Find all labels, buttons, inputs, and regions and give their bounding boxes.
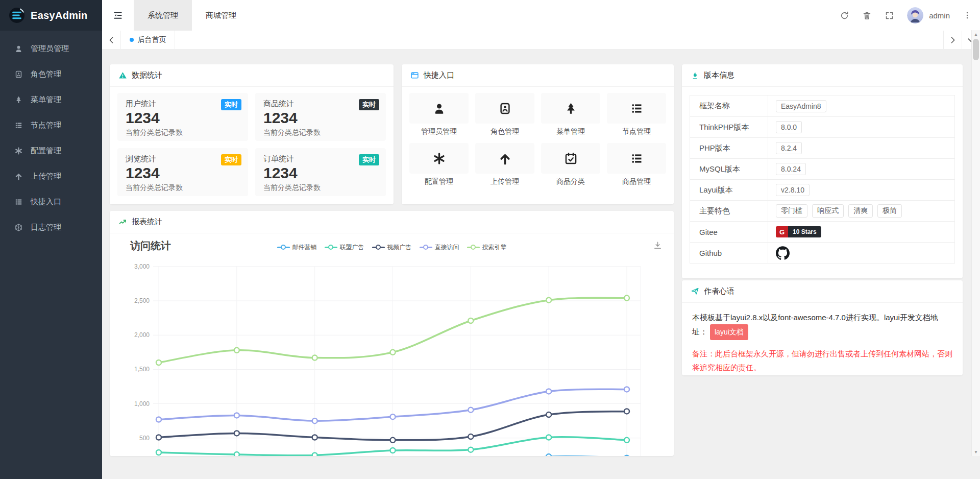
username[interactable]: admin <box>929 11 950 20</box>
sidebar-item[interactable]: 配置管理 <box>0 138 102 163</box>
sidebar-collapse-button[interactable] <box>102 0 134 31</box>
version-value-chip: EasyAdmin8 <box>776 100 826 112</box>
version-row-value: 零门槛响应式清爽极简 <box>768 201 954 221</box>
panel-title: 版本信息 <box>704 70 734 80</box>
topbar-nav-tab-label: 系统管理 <box>148 11 178 20</box>
sidebar-item[interactable]: 管理员管理 <box>0 36 102 61</box>
stat-value: 1234 <box>126 164 240 182</box>
stat-realtime-badge: 实时 <box>221 154 241 165</box>
quick-entry-item[interactable]: 节点管理 <box>607 93 666 136</box>
panel-data-statistics: 数据统计 用户统计 实时 1234 当前分类总记录数 商品统计 实时 1234 … <box>110 64 394 204</box>
stat-card: 订单统计 实时 1234 当前分类总记录数 <box>255 148 386 196</box>
quick-entry-icon <box>498 152 512 165</box>
sidebar-item-icon <box>14 172 23 181</box>
version-row-value: G10 Stars <box>768 222 954 242</box>
fullscreen-icon[interactable] <box>885 11 894 20</box>
topbar-nav-tab-label: 商城管理 <box>206 11 236 20</box>
author-note: 备注：此后台框架永久开源，但请勿进行出售或者上传到任何素材网站，否则将追究相应的… <box>692 347 952 374</box>
quick-entry-item[interactable]: 配置管理 <box>409 143 469 186</box>
sidebar-item[interactable]: 快捷入口 <box>0 189 102 214</box>
more-menu-icon[interactable] <box>963 11 972 20</box>
scrollbar-thumb[interactable] <box>973 39 979 60</box>
sidebar-item[interactable]: 上传管理 <box>0 163 102 189</box>
legend-item[interactable]: 搜索引擎 <box>467 243 507 252</box>
svg-text:3,000: 3,000 <box>134 263 150 270</box>
sidebar-item-label: 节点管理 <box>31 121 61 130</box>
sidebar-item-icon <box>14 198 23 206</box>
quick-entry-icon-box <box>409 93 469 124</box>
collapse-menu-icon <box>113 10 123 20</box>
version-value-chip: 零门槛 <box>776 204 807 218</box>
stat-realtime-badge: 实时 <box>359 154 379 165</box>
scrollbar-down-arrow[interactable]: ▼ <box>972 448 980 456</box>
quick-entry-item[interactable]: 商品分类 <box>541 143 600 186</box>
stat-value: 1234 <box>263 109 378 127</box>
tab-home[interactable]: 后台首页 <box>121 31 175 49</box>
avatar[interactable] <box>907 7 923 23</box>
quick-entry-icon-box <box>541 93 600 124</box>
logo-icon <box>8 7 26 24</box>
topbar-nav-tab[interactable]: 商城管理 <box>192 0 250 31</box>
quick-entry-label: 节点管理 <box>607 127 666 136</box>
sidebar-item[interactable]: 菜单管理 <box>0 87 102 112</box>
stat-description: 当前分类总记录数 <box>263 183 378 193</box>
stat-value: 1234 <box>263 164 378 182</box>
version-row-label: Github <box>690 243 768 263</box>
scrollbar-up-arrow[interactable]: ▲ <box>972 31 980 38</box>
svg-text:1,500: 1,500 <box>134 366 150 373</box>
sidebar-item[interactable]: 节点管理 <box>0 112 102 138</box>
quick-entry-icon-box <box>409 143 469 174</box>
gitee-stars-badge[interactable]: G10 Stars <box>776 226 821 237</box>
legend-marker-icon <box>420 245 432 251</box>
panel-version-info: 版本信息 框架名称EasyAdmin8ThinkPHP版本8.0.0PHP版本8… <box>682 64 963 278</box>
legend-item[interactable]: 邮件营销 <box>277 243 317 252</box>
sidebar-menu: 管理员管理 角色管理 菜单管理 节点管理 <box>0 31 102 240</box>
github-icon[interactable] <box>776 246 790 260</box>
quick-entry-item[interactable]: 上传管理 <box>475 143 534 186</box>
clear-cache-icon[interactable] <box>862 11 872 20</box>
sidebar-item-icon <box>14 44 23 53</box>
gitee-icon: G <box>776 226 788 237</box>
version-row-value: 8.0.24 <box>768 159 954 179</box>
fire-icon <box>691 71 699 80</box>
panel-title: 作者心语 <box>704 286 734 296</box>
version-value-chip: 清爽 <box>848 204 873 218</box>
chevron-left-icon <box>107 35 116 45</box>
legend-item[interactable]: 联盟广告 <box>325 243 364 252</box>
stat-description: 当前分类总记录数 <box>263 128 378 137</box>
legend-label: 搜索引擎 <box>482 243 507 252</box>
version-table: 框架名称EasyAdmin8ThinkPHP版本8.0.0PHP版本8.2.4M… <box>690 95 955 264</box>
gitee-stars-count: 10 Stars <box>788 226 821 237</box>
version-row-value: v2.8.10 <box>768 180 954 200</box>
legend-item[interactable]: 视频广告 <box>372 243 412 252</box>
topbar-nav-tab[interactable]: 系统管理 <box>134 0 192 31</box>
legend-marker-icon <box>277 245 290 251</box>
panel-author-header: 作者心语 <box>682 280 963 303</box>
quick-entry-item[interactable]: 菜单管理 <box>541 93 600 136</box>
version-table-row: MySQL版本8.0.24 <box>690 158 954 179</box>
quick-entry-label: 菜单管理 <box>541 127 600 136</box>
layui-doc-link-badge[interactable]: layui文档 <box>710 324 748 340</box>
tabs-scroll-left-button[interactable] <box>102 31 121 49</box>
version-row-label: 主要特色 <box>690 201 768 221</box>
active-tab-dot <box>130 38 134 42</box>
refresh-icon[interactable] <box>840 11 849 20</box>
sidebar-item[interactable]: 角色管理 <box>0 61 102 87</box>
legend-item[interactable]: 直接访问 <box>420 243 459 252</box>
download-chart-icon[interactable] <box>653 241 663 250</box>
tabs-scroll-right-button[interactable] <box>943 31 962 49</box>
quick-entry-item[interactable]: 管理员管理 <box>409 93 469 136</box>
panel-title: 数据统计 <box>132 70 162 80</box>
quick-entry-icon <box>432 152 446 165</box>
sidebar-item[interactable]: 日志管理 <box>0 214 102 240</box>
sidebar: EasyAdmin 管理员管理 角色管理 菜单管理 <box>0 0 102 479</box>
vertical-scrollbar[interactable]: ▲ ▼ <box>971 30 980 456</box>
quick-entry-item[interactable]: 角色管理 <box>475 93 534 136</box>
app-title: EasyAdmin <box>31 10 88 21</box>
quick-entry-label: 商品分类 <box>541 177 600 186</box>
version-table-row: PHP版本8.2.4 <box>690 137 954 158</box>
app-logo: EasyAdmin <box>0 0 102 31</box>
stat-realtime-badge: 实时 <box>359 99 379 110</box>
version-table-row: 框架名称EasyAdmin8 <box>690 95 954 116</box>
quick-entry-item[interactable]: 商品管理 <box>607 143 666 186</box>
